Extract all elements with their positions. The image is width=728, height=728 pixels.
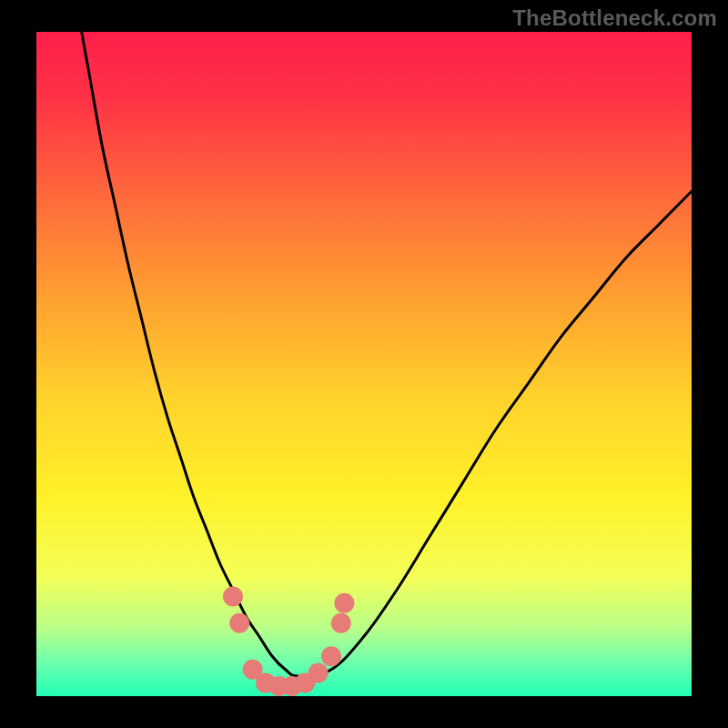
bottleneck-chart bbox=[36, 32, 692, 696]
data-dot bbox=[223, 587, 243, 607]
plot-area bbox=[36, 32, 692, 696]
gradient-background bbox=[36, 32, 692, 696]
data-dot bbox=[308, 662, 329, 682]
data-dot bbox=[321, 646, 341, 666]
watermark-text: TheBottleneck.com bbox=[512, 5, 717, 31]
data-dot bbox=[331, 613, 351, 633]
data-dot bbox=[229, 613, 249, 633]
chart-frame: TheBottleneck.com bbox=[0, 0, 728, 728]
data-dot bbox=[334, 593, 354, 613]
